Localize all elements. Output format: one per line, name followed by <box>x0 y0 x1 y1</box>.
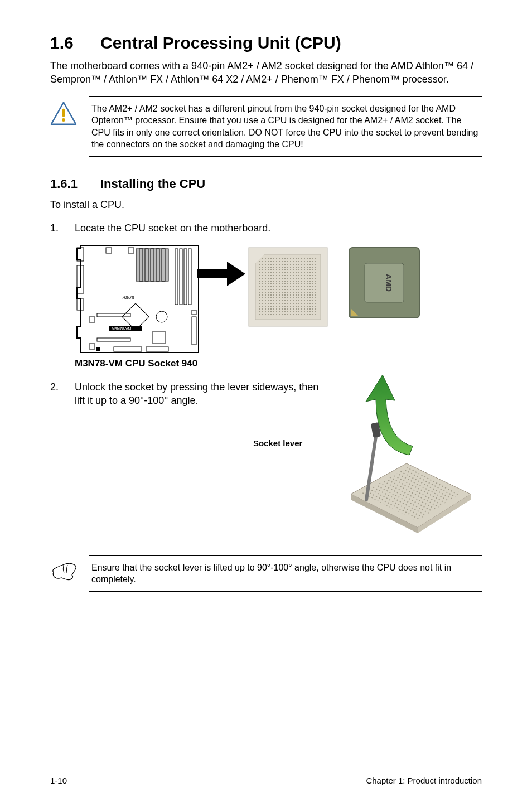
section-title-text: Central Processing Unit (CPU) <box>100 33 341 52</box>
svg-text:AMD: AMD <box>384 274 393 292</box>
svg-rect-37 <box>259 258 317 316</box>
step-1-text: Locate the CPU socket on the motherboard… <box>75 221 482 235</box>
page-footer: 1-10 Chapter 1: Product introduction <box>50 772 482 785</box>
svg-rect-31 <box>192 317 196 345</box>
svg-rect-19 <box>89 344 95 349</box>
warning-icon <box>50 118 77 127</box>
svg-rect-17 <box>128 248 134 253</box>
subsection-title-text: Installing the CPU <box>100 177 205 191</box>
svg-rect-13 <box>180 249 182 305</box>
section-intro: The motherboard comes with a 940-pin AM2… <box>50 59 482 86</box>
svg-rect-49 <box>371 422 381 438</box>
step-2-text: Unlock the socket by pressing the lever … <box>75 380 320 408</box>
cpu-socket-top-image <box>248 247 328 327</box>
svg-rect-40 <box>365 263 404 302</box>
svg-point-24 <box>156 311 167 322</box>
svg-rect-15 <box>188 249 191 305</box>
svg-rect-12 <box>175 249 178 305</box>
note-hand-icon <box>50 577 78 586</box>
footer-page-number: 1-10 <box>50 776 67 785</box>
footer-chapter: Chapter 1: Product introduction <box>366 776 482 785</box>
svg-rect-21 <box>97 313 130 317</box>
step-2: 2. Unlock the socket by pressing the lev… <box>50 380 320 408</box>
svg-rect-1 <box>62 108 65 116</box>
socket-lever-label: Socket lever <box>253 438 302 448</box>
step-1-figure-row: /ISUS M3N78-VM M3N78-VM CPU Socket 940 <box>75 243 482 377</box>
warning-text: The AM2+ / AM2 socket has a different pi… <box>89 96 482 157</box>
subsection-number: 1.6.1 <box>50 177 100 191</box>
subsection-heading: 1.6.1Installing the CPU <box>50 177 482 191</box>
step-1: 1. Locate the CPU socket on the motherbo… <box>50 221 482 235</box>
svg-rect-23 <box>153 331 165 344</box>
svg-point-2 <box>62 118 65 122</box>
motherboard-model-label: M3N78-VM <box>112 327 132 331</box>
step-2-number: 2. <box>50 380 75 408</box>
section-number: 1.6 <box>50 33 100 52</box>
svg-rect-28 <box>146 347 168 351</box>
svg-rect-30 <box>192 310 196 315</box>
motherboard-diagram: /ISUS M3N78-VM <box>75 243 203 355</box>
note-callout: Ensure that the socket lever is lifted u… <box>50 555 482 592</box>
svg-rect-3 <box>77 248 84 261</box>
cpu-socket-iso-image <box>345 410 473 539</box>
subsection-lead: To install a CPU. <box>50 198 482 211</box>
svg-rect-29 <box>96 347 100 351</box>
section-heading: 1.6Central Processing Unit (CPU) <box>50 33 482 52</box>
svg-rect-6 <box>136 249 168 281</box>
svg-rect-22 <box>97 338 130 341</box>
svg-rect-16 <box>106 248 112 253</box>
arrow-right-icon <box>196 260 246 288</box>
svg-marker-32 <box>197 262 245 286</box>
step-1-number: 1. <box>50 221 75 235</box>
svg-rect-27 <box>114 347 142 351</box>
svg-text:/ISUS: /ISUS <box>122 295 135 300</box>
svg-rect-14 <box>184 249 187 305</box>
svg-rect-18 <box>89 317 95 322</box>
motherboard-caption: M3N78-VM CPU Socket 940 <box>75 358 197 369</box>
note-text: Ensure that the socket lever is lifted u… <box>89 555 482 592</box>
step-2-figure: Socket lever <box>320 377 482 544</box>
cpu-chip-image: AMD <box>348 247 420 319</box>
warning-callout: The AM2+ / AM2 socket has a different pi… <box>50 96 482 157</box>
